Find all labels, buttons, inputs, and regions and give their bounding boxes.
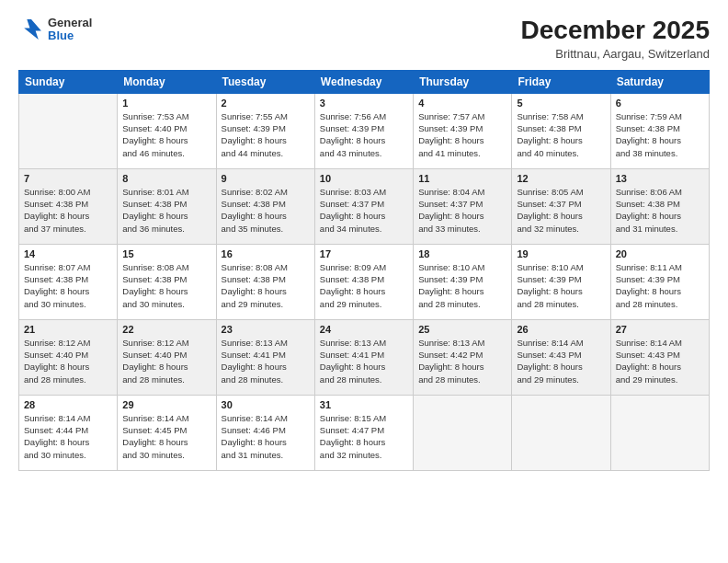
- daylight-text: Daylight: 8 hours: [616, 134, 704, 146]
- calendar-cell: 26Sunrise: 8:14 AMSunset: 4:43 PMDayligh…: [512, 319, 610, 395]
- sunrise-text: Sunrise: 8:13 AM: [320, 337, 408, 349]
- daylight-minutes-text: and 31 minutes.: [616, 223, 704, 235]
- calendar-cell: 17Sunrise: 8:09 AMSunset: 4:38 PMDayligh…: [314, 244, 413, 319]
- daylight-text: Daylight: 8 hours: [122, 210, 210, 222]
- sunset-text: Sunset: 4:38 PM: [616, 198, 704, 210]
- sunset-text: Sunset: 4:38 PM: [122, 198, 210, 210]
- sunset-text: Sunset: 4:37 PM: [517, 198, 605, 210]
- sunset-text: Sunset: 4:41 PM: [222, 349, 310, 361]
- calendar-cell: 8Sunrise: 8:01 AMSunset: 4:38 PMDaylight…: [118, 168, 216, 244]
- col-tuesday: Tuesday: [216, 70, 314, 93]
- sunrise-text: Sunrise: 8:13 AM: [222, 337, 310, 349]
- day-number: 3: [320, 98, 408, 109]
- calendar-cell: 9Sunrise: 8:02 AMSunset: 4:38 PMDaylight…: [216, 168, 314, 244]
- calendar-header-row: Sunday Monday Tuesday Wednesday Thursday…: [19, 70, 710, 93]
- sunset-text: Sunset: 4:42 PM: [418, 349, 506, 361]
- daylight-minutes-text: and 32 minutes.: [320, 449, 408, 461]
- svg-marker-0: [24, 19, 41, 40]
- sunset-text: Sunset: 4:39 PM: [418, 122, 506, 134]
- sunset-text: Sunset: 4:40 PM: [122, 349, 210, 361]
- page: General Blue December 2025 Brittnau, Aar…: [0, 0, 728, 563]
- sunrise-text: Sunrise: 8:08 AM: [222, 261, 310, 273]
- calendar-row-4: 21Sunrise: 8:12 AMSunset: 4:40 PMDayligh…: [19, 319, 710, 395]
- day-number: 29: [122, 399, 210, 410]
- daylight-minutes-text: and 34 minutes.: [320, 223, 408, 235]
- sunrise-text: Sunrise: 8:03 AM: [320, 186, 408, 198]
- daylight-minutes-text: and 41 minutes.: [418, 147, 506, 159]
- daylight-text: Daylight: 8 hours: [418, 134, 506, 146]
- calendar-cell: 20Sunrise: 8:11 AMSunset: 4:39 PMDayligh…: [610, 244, 709, 319]
- day-number: 26: [517, 324, 605, 335]
- sunset-text: Sunset: 4:39 PM: [320, 122, 408, 134]
- sunset-text: Sunset: 4:38 PM: [24, 273, 112, 285]
- sunrise-text: Sunrise: 8:10 AM: [418, 261, 506, 273]
- daylight-minutes-text: and 31 minutes.: [222, 449, 310, 461]
- calendar-cell: 30Sunrise: 8:14 AMSunset: 4:46 PMDayligh…: [216, 395, 314, 470]
- daylight-minutes-text: and 30 minutes.: [24, 449, 112, 461]
- daylight-minutes-text: and 30 minutes.: [122, 298, 210, 310]
- daylight-text: Daylight: 8 hours: [122, 285, 210, 297]
- calendar-cell: 14Sunrise: 8:07 AMSunset: 4:38 PMDayligh…: [19, 244, 118, 319]
- sunrise-text: Sunrise: 8:14 AM: [24, 412, 112, 424]
- day-number: 28: [24, 399, 112, 410]
- daylight-text: Daylight: 8 hours: [24, 285, 112, 297]
- sunset-text: Sunset: 4:38 PM: [616, 122, 704, 134]
- daylight-text: Daylight: 8 hours: [222, 134, 310, 146]
- daylight-text: Daylight: 8 hours: [320, 134, 408, 146]
- calendar-cell: 19Sunrise: 8:10 AMSunset: 4:39 PMDayligh…: [512, 244, 610, 319]
- daylight-minutes-text: and 28 minutes.: [517, 298, 605, 310]
- logo-text: General Blue: [48, 17, 92, 43]
- sunset-text: Sunset: 4:46 PM: [222, 424, 310, 436]
- day-number: 21: [24, 324, 112, 335]
- calendar-row-1: 1Sunrise: 7:53 AMSunset: 4:40 PMDaylight…: [19, 93, 710, 168]
- day-number: 5: [517, 98, 605, 109]
- daylight-minutes-text: and 29 minutes.: [517, 373, 605, 385]
- daylight-minutes-text: and 29 minutes.: [320, 298, 408, 310]
- col-friday: Friday: [512, 70, 610, 93]
- calendar-cell: 23Sunrise: 8:13 AMSunset: 4:41 PMDayligh…: [216, 319, 314, 395]
- sunset-text: Sunset: 4:38 PM: [320, 273, 408, 285]
- day-number: 25: [418, 324, 506, 335]
- calendar-cell: [19, 93, 118, 168]
- sunrise-text: Sunrise: 8:15 AM: [320, 412, 408, 424]
- day-number: 23: [222, 324, 310, 335]
- calendar-cell: 5Sunrise: 7:58 AMSunset: 4:38 PMDaylight…: [512, 93, 610, 168]
- sunrise-text: Sunrise: 7:59 AM: [616, 110, 704, 122]
- sunrise-text: Sunrise: 7:57 AM: [418, 110, 506, 122]
- calendar-cell: 22Sunrise: 8:12 AMSunset: 4:40 PMDayligh…: [118, 319, 216, 395]
- daylight-minutes-text: and 46 minutes.: [122, 147, 210, 159]
- daylight-text: Daylight: 8 hours: [222, 361, 310, 373]
- calendar-cell: 1Sunrise: 7:53 AMSunset: 4:40 PMDaylight…: [118, 93, 216, 168]
- daylight-minutes-text: and 28 minutes.: [122, 373, 210, 385]
- sunrise-text: Sunrise: 7:58 AM: [517, 110, 605, 122]
- day-number: 17: [320, 248, 408, 259]
- day-number: 11: [418, 173, 506, 184]
- day-number: 6: [616, 98, 704, 109]
- daylight-text: Daylight: 8 hours: [24, 210, 112, 222]
- day-number: 22: [122, 324, 210, 335]
- calendar-cell: 15Sunrise: 8:08 AMSunset: 4:38 PMDayligh…: [118, 244, 216, 319]
- calendar-cell: 13Sunrise: 8:06 AMSunset: 4:38 PMDayligh…: [610, 168, 709, 244]
- logo-blue-text: Blue: [48, 29, 92, 42]
- daylight-text: Daylight: 8 hours: [418, 285, 506, 297]
- daylight-minutes-text: and 29 minutes.: [616, 373, 704, 385]
- col-monday: Monday: [118, 70, 216, 93]
- sunrise-text: Sunrise: 8:06 AM: [616, 186, 704, 198]
- sunrise-text: Sunrise: 8:00 AM: [24, 186, 112, 198]
- title-block: December 2025 Brittnau, Aargau, Switzerl…: [521, 17, 710, 61]
- sunset-text: Sunset: 4:38 PM: [222, 273, 310, 285]
- daylight-text: Daylight: 8 hours: [320, 210, 408, 222]
- calendar-cell: 28Sunrise: 8:14 AMSunset: 4:44 PMDayligh…: [19, 395, 118, 470]
- calendar-cell: 4Sunrise: 7:57 AMSunset: 4:39 PMDaylight…: [414, 93, 512, 168]
- calendar-cell: 21Sunrise: 8:12 AMSunset: 4:40 PMDayligh…: [19, 319, 118, 395]
- calendar-cell: 18Sunrise: 8:10 AMSunset: 4:39 PMDayligh…: [414, 244, 512, 319]
- day-number: 14: [24, 248, 112, 259]
- daylight-text: Daylight: 8 hours: [122, 134, 210, 146]
- daylight-minutes-text: and 37 minutes.: [24, 223, 112, 235]
- sunrise-text: Sunrise: 8:10 AM: [517, 261, 605, 273]
- sunset-text: Sunset: 4:38 PM: [24, 198, 112, 210]
- calendar-cell: [414, 395, 512, 470]
- sunset-text: Sunset: 4:43 PM: [616, 349, 704, 361]
- daylight-minutes-text: and 38 minutes.: [616, 147, 704, 159]
- daylight-text: Daylight: 8 hours: [616, 210, 704, 222]
